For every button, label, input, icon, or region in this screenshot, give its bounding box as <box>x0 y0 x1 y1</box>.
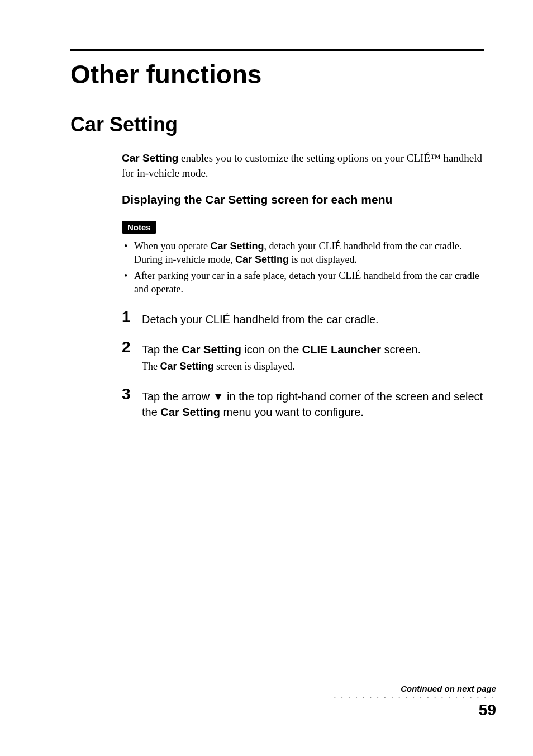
step-text: menu you want to configure. <box>220 406 364 418</box>
subheading: Displaying the Car Setting screen for ea… <box>122 193 484 206</box>
step-text: Detach your CLIÉ handheld from the car c… <box>142 313 379 325</box>
step-main-text: Tap the Car Setting icon on the CLIE Lau… <box>142 342 484 357</box>
section-title: Car Setting <box>70 113 484 136</box>
step-text: Tap the arrow <box>142 390 213 403</box>
note-text: is not displayed. <box>289 254 357 265</box>
dot-separator: • • • • • • • • • • • • • • • • • • • • … <box>334 695 496 700</box>
page-footer: Continued on next page • • • • • • • • •… <box>334 684 496 719</box>
step-text: Tap the <box>142 343 182 356</box>
step-main-text: Tap the arrow ▼ in the top right-hand co… <box>142 389 484 420</box>
step-sub-bold: Car Setting <box>160 361 213 372</box>
step-text: screen. <box>381 343 421 356</box>
step-main-text: Detach your CLIÉ handheld from the car c… <box>142 311 484 327</box>
main-title: Other functions <box>70 59 484 89</box>
step-sub-text: screen is displayed. <box>214 361 295 372</box>
content-block: Car Setting enables you to customize the… <box>122 151 484 420</box>
note-item: After parking your car in a safe place, … <box>122 269 484 296</box>
note-bold: Car Setting <box>210 240 264 252</box>
intro-paragraph: Car Setting enables you to customize the… <box>122 151 484 181</box>
step-bold: Car Setting <box>182 343 241 356</box>
step-sub-text: The Car Setting screen is displayed. <box>142 360 484 374</box>
intro-lead-bold: Car Setting <box>122 152 178 164</box>
step-number: 1 <box>122 308 131 326</box>
title-rule <box>70 49 484 51</box>
step-item: 3 Tap the arrow ▼ in the top right-hand … <box>122 389 484 420</box>
step-number: 3 <box>122 385 131 403</box>
step-bold: Car Setting <box>160 406 220 418</box>
note-text: When you operate <box>134 240 210 252</box>
note-bold: Car Setting <box>235 254 289 265</box>
step-bold: CLIE Launcher <box>302 343 381 356</box>
step-sub-text: The <box>142 361 160 372</box>
step-text: icon on the <box>241 343 302 356</box>
notes-label: Notes <box>122 221 156 234</box>
page-number: 59 <box>334 701 496 719</box>
arrow-down-icon: ▼ <box>213 389 224 404</box>
steps-list: 1 Detach your CLIÉ handheld from the car… <box>122 311 484 419</box>
step-item: 1 Detach your CLIÉ handheld from the car… <box>122 311 484 327</box>
note-item: When you operate Car Setting, detach you… <box>122 239 484 267</box>
step-number: 2 <box>122 338 131 356</box>
note-text: After parking your car in a safe place, … <box>134 270 479 295</box>
notes-list: When you operate Car Setting, detach you… <box>122 239 484 296</box>
continued-label: Continued on next page <box>334 684 496 693</box>
step-item: 2 Tap the Car Setting icon on the CLIE L… <box>122 342 484 374</box>
